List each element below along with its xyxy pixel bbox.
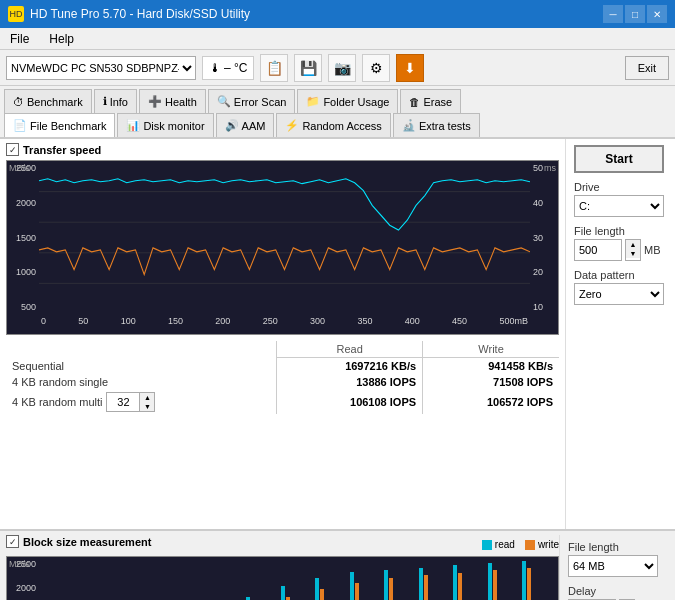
toolbar-btn-3[interactable]: 📷 xyxy=(328,54,356,82)
main-content: ✓ Transfer speed 2500 2000 1500 1000 500… xyxy=(0,139,675,529)
temp-icon: 🌡 xyxy=(209,61,221,75)
transfer-speed-chart: 2500 2000 1500 1000 500 50 40 30 20 10 xyxy=(6,160,559,335)
exit-button[interactable]: Exit xyxy=(625,56,669,80)
minimize-button[interactable]: ─ xyxy=(603,5,623,23)
drive-select-right[interactable]: C: xyxy=(574,195,664,217)
legend-read-label: read xyxy=(495,539,515,550)
left-panel: ✓ Transfer speed 2500 2000 1500 1000 500… xyxy=(0,139,565,529)
bar-group xyxy=(453,565,485,600)
randomaccess-icon: ⚡ xyxy=(285,119,299,132)
bar-group xyxy=(350,572,382,600)
transfer-speed-title: Transfer speed xyxy=(23,144,101,156)
spinner-input[interactable] xyxy=(107,393,139,411)
aam-icon: 🔊 xyxy=(225,119,239,132)
file-length-down[interactable]: ▼ xyxy=(626,249,640,258)
tab-extratests[interactable]: 🔬 Extra tests xyxy=(393,113,480,137)
read-bar xyxy=(488,563,492,600)
erase-icon: 🗑 xyxy=(409,96,420,108)
errorscan-icon: 🔍 xyxy=(217,95,231,108)
info-icon: ℹ xyxy=(103,95,107,108)
bar-group xyxy=(315,578,347,600)
start-button[interactable]: Start xyxy=(574,145,664,173)
table-row: Sequential 1697216 KB/s 941458 KB/s xyxy=(6,358,559,375)
bottom-section: ✓ Block size measurement read write 2500… xyxy=(0,529,675,600)
tab-diskmonitor[interactable]: 📊 Disk monitor xyxy=(117,113,213,137)
title-bar: HD HD Tune Pro 5.70 - Hard Disk/SSD Util… xyxy=(0,0,675,28)
spinner-up[interactable]: ▲ xyxy=(140,393,154,402)
bottom-file-length-select[interactable]: 64 MB xyxy=(568,555,658,577)
chart-y-labels-right: 50 40 30 20 10 xyxy=(530,161,558,314)
health-icon: ➕ xyxy=(148,95,162,108)
read-bar xyxy=(315,578,319,600)
toolbar-btn-1[interactable]: 📋 xyxy=(260,54,288,82)
chart-mbs-label: MB/s xyxy=(9,163,30,173)
tab-health[interactable]: ➕ Health xyxy=(139,89,206,113)
drive-select[interactable]: NVMeWDC PC SN530 SDBPNPZ-256G-1 xyxy=(6,56,196,80)
chart-legend: read write xyxy=(482,539,559,550)
menu-file[interactable]: File xyxy=(6,30,33,48)
block-size-title: Block size measurement xyxy=(23,536,151,548)
stats-table: Read Write Sequential 1697216 KB/s 94145… xyxy=(6,341,559,414)
chart-y-labels: 2500 2000 1500 1000 500 xyxy=(7,161,39,314)
right-panel: Start Drive C: File length ▲ ▼ MB Data p… xyxy=(565,139,675,529)
app-icon: HD xyxy=(8,6,24,22)
bar-chart-area xyxy=(39,561,554,600)
write-bar xyxy=(458,573,462,600)
tab-folderusage[interactable]: 📁 Folder Usage xyxy=(297,89,398,113)
toolbar: NVMeWDC PC SN530 SDBPNPZ-256G-1 🌡 – °C 📋… xyxy=(0,50,675,86)
toolbar-btn-4[interactable]: ⚙ xyxy=(362,54,390,82)
chart-svg-area xyxy=(39,161,530,314)
folderusage-icon: 📁 xyxy=(306,95,320,108)
bar-group xyxy=(384,570,416,600)
read-bar xyxy=(384,570,388,600)
maximize-button[interactable]: □ xyxy=(625,5,645,23)
bar-group xyxy=(419,568,451,600)
table-row: 4 KB random multi ▲ ▼ 106108 IOPS 106572… xyxy=(6,390,559,414)
legend-read-dot xyxy=(482,540,492,550)
tab-info[interactable]: ℹ Info xyxy=(94,89,137,113)
menu-help[interactable]: Help xyxy=(45,30,78,48)
diskmonitor-icon: 📊 xyxy=(126,119,140,132)
transfer-speed-header: ✓ Transfer speed xyxy=(6,143,559,156)
block-size-chart: 2500 2000 1500 1000 500 0.51248163264128… xyxy=(6,556,559,600)
legend-write-label: write xyxy=(538,539,559,550)
benchmark-icon: ⏱ xyxy=(13,96,24,108)
write-bar xyxy=(320,589,324,600)
read-bar xyxy=(419,568,423,600)
read-bar xyxy=(350,572,354,600)
tab-filebenchmark[interactable]: 📄 File Benchmark xyxy=(4,113,115,137)
toolbar-btn-5[interactable]: ⬇ xyxy=(396,54,424,82)
close-button[interactable]: ✕ xyxy=(647,5,667,23)
tab-erase[interactable]: 🗑 Erase xyxy=(400,89,461,113)
toolbar-btn-2[interactable]: 💾 xyxy=(294,54,322,82)
spinner-down[interactable]: ▼ xyxy=(140,402,154,411)
tab-aam[interactable]: 🔊 AAM xyxy=(216,113,275,137)
tabs-row-2: 📄 File Benchmark 📊 Disk monitor 🔊 AAM ⚡ … xyxy=(0,113,675,139)
window-title: HD Tune Pro 5.70 - Hard Disk/SSD Utility xyxy=(30,7,250,21)
block-size-header: ✓ Block size measurement xyxy=(6,535,151,548)
read-bar xyxy=(522,561,526,600)
transfer-speed-checkbox[interactable]: ✓ xyxy=(6,143,19,156)
temp-display: 🌡 – °C xyxy=(202,56,254,80)
temp-value: – °C xyxy=(224,61,247,75)
bar-group xyxy=(281,586,313,600)
block-size-checkbox[interactable]: ✓ xyxy=(6,535,19,548)
tab-errorscan[interactable]: 🔍 Error Scan xyxy=(208,89,296,113)
write-bar xyxy=(493,570,497,600)
write-bar xyxy=(527,568,531,600)
filebenchmark-icon: 📄 xyxy=(13,119,27,132)
block-size-panel: ✓ Block size measurement read write 2500… xyxy=(6,535,559,600)
chart-ms-label: ms xyxy=(544,163,556,173)
multi-spinner[interactable]: ▲ ▼ xyxy=(106,392,155,412)
read-bar xyxy=(453,565,457,600)
file-length-up[interactable]: ▲ xyxy=(626,240,640,249)
tab-benchmark[interactable]: ⏱ Benchmark xyxy=(4,89,92,113)
legend-write-dot xyxy=(525,540,535,550)
data-pattern-select[interactable]: Zero xyxy=(574,283,664,305)
menu-bar: File Help xyxy=(0,28,675,50)
file-length-input[interactable] xyxy=(574,239,622,261)
table-row: 4 KB random single 13886 IOPS 71508 IOPS xyxy=(6,374,559,390)
chart-x-axis: 050100150200250300350400450500mB xyxy=(39,314,530,334)
bottom-right-panel: File length 64 MB Delay ▲ ▼ xyxy=(559,535,669,600)
tab-randomaccess[interactable]: ⚡ Random Access xyxy=(276,113,390,137)
